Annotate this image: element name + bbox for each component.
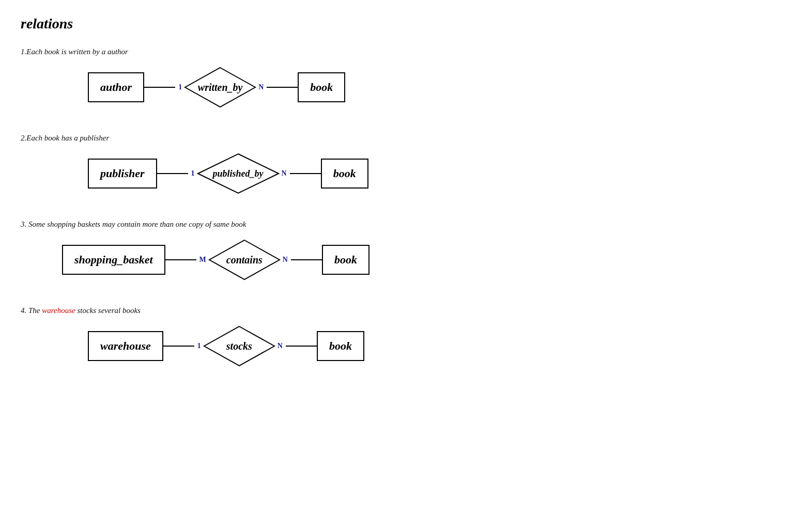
cardinality-left-3: M — [199, 256, 206, 264]
relation-description-4: 4. The warehouse stocks several books — [21, 306, 780, 315]
line-left-2 — [157, 173, 188, 174]
page-title: relations — [21, 15, 780, 32]
svg-marker-1 — [198, 154, 279, 193]
cardinality-left-1: 1 — [178, 83, 182, 91]
entity-book-2: book — [321, 159, 368, 189]
relation-section-1: 1.Each book is written by a author autho… — [21, 48, 780, 108]
svg-marker-2 — [209, 240, 280, 279]
svg-marker-3 — [204, 326, 274, 366]
entity-book-1: book — [298, 72, 345, 102]
relation-section-2: 2.Each book has a publisher publisher 1 … — [21, 134, 780, 194]
line-left-3 — [165, 259, 196, 260]
line-right-1 — [267, 87, 298, 88]
diamond-4: stocks — [203, 325, 275, 367]
diagram-2: publisher 1 published_by N book — [88, 153, 780, 194]
entity-book-3: book — [322, 245, 369, 275]
diamond-1: written_by — [184, 67, 256, 108]
line-left-4 — [163, 346, 194, 347]
diamond-2: published_by — [197, 153, 280, 194]
line-left-1 — [144, 87, 175, 88]
entity-publisher: publisher — [88, 159, 157, 189]
diagram-1: author 1 written_by N book — [88, 67, 780, 108]
entity-warehouse: warehouse — [88, 331, 163, 361]
highlight-warehouse: warehouse — [42, 306, 75, 315]
diamond-3: contains — [208, 239, 281, 280]
svg-marker-0 — [185, 68, 255, 107]
line-right-4 — [286, 346, 317, 347]
diagram-3: shopping_basket M contains N book — [62, 239, 780, 280]
cardinality-right-2: N — [282, 169, 287, 178]
entity-author: author — [88, 72, 144, 102]
cardinality-left-2: 1 — [191, 169, 195, 178]
line-right-2 — [290, 173, 321, 174]
relation-description-2: 2.Each book has a publisher — [21, 134, 780, 143]
cardinality-left-4: 1 — [197, 342, 201, 350]
relation-description-3: 3. Some shopping baskets may contain mor… — [21, 220, 780, 229]
diagram-4: warehouse 1 stocks N book — [88, 325, 780, 367]
relation-section-3: 3. Some shopping baskets may contain mor… — [21, 220, 780, 280]
cardinality-right-3: N — [283, 256, 288, 264]
relation-section-4: 4. The warehouse stocks several books wa… — [21, 306, 780, 367]
cardinality-right-4: N — [278, 342, 283, 350]
entity-shopping-basket: shopping_basket — [62, 245, 165, 275]
line-right-3 — [291, 259, 322, 260]
relation-description-1: 1.Each book is written by a author — [21, 48, 780, 56]
entity-book-4: book — [317, 331, 364, 361]
cardinality-right-1: N — [258, 83, 264, 91]
